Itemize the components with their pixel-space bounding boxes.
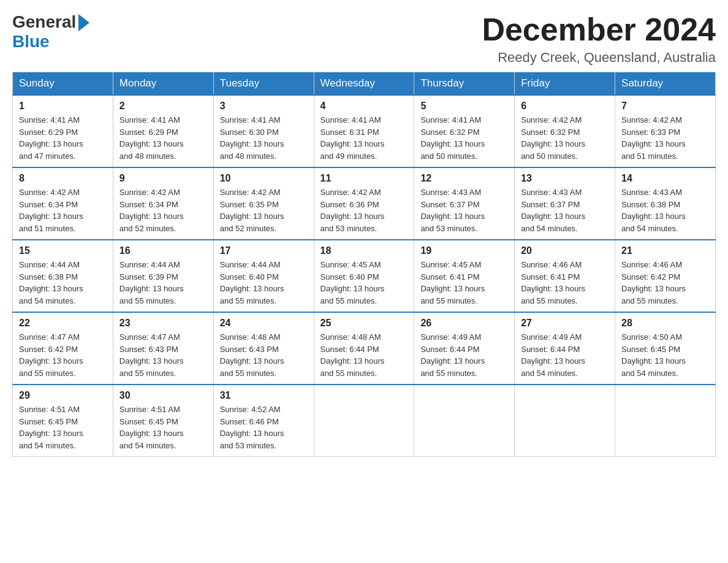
calendar-cell: 22Sunrise: 4:47 AMSunset: 6:42 PMDayligh… [13,312,113,385]
day-info: Sunrise: 4:42 AMSunset: 6:36 PMDaylight:… [320,186,408,234]
calendar-table: SundayMondayTuesdayWednesdayThursdayFrid… [12,72,716,457]
calendar-cell: 15Sunrise: 4:44 AMSunset: 6:38 PMDayligh… [13,240,113,312]
weekday-header-monday: Monday [113,72,213,96]
day-number: 27 [521,318,609,329]
calendar-cell: 17Sunrise: 4:44 AMSunset: 6:40 PMDayligh… [213,240,314,312]
day-number: 23 [119,318,207,329]
day-info: Sunrise: 4:43 AMSunset: 6:37 PMDaylight:… [521,186,609,234]
day-number: 20 [521,245,609,256]
calendar-cell: 25Sunrise: 4:48 AMSunset: 6:44 PMDayligh… [314,312,414,385]
calendar-cell: 13Sunrise: 4:43 AMSunset: 6:37 PMDayligh… [515,167,615,240]
location-title: Reedy Creek, Queensland, Australia [482,50,716,66]
calendar-cell: 10Sunrise: 4:42 AMSunset: 6:35 PMDayligh… [213,167,314,240]
day-info: Sunrise: 4:51 AMSunset: 6:45 PMDaylight:… [119,404,207,451]
calendar-cell: 23Sunrise: 4:47 AMSunset: 6:43 PMDayligh… [113,312,213,385]
month-title: December 2024 [482,12,716,47]
calendar-cell: 12Sunrise: 4:43 AMSunset: 6:37 PMDayligh… [414,167,515,240]
weekday-header-wednesday: Wednesday [314,72,414,96]
day-number: 11 [320,173,408,184]
day-number: 8 [19,173,107,184]
day-info: Sunrise: 4:41 AMSunset: 6:31 PMDaylight:… [320,114,408,162]
calendar-cell: 20Sunrise: 4:46 AMSunset: 6:41 PMDayligh… [515,240,615,312]
calendar-cell: 21Sunrise: 4:46 AMSunset: 6:42 PMDayligh… [615,240,716,312]
day-info: Sunrise: 4:46 AMSunset: 6:41 PMDaylight:… [521,259,609,307]
weekday-header-thursday: Thursday [414,72,515,96]
day-number: 6 [521,101,609,112]
day-number: 14 [621,173,709,184]
day-info: Sunrise: 4:46 AMSunset: 6:42 PMDaylight:… [621,259,709,307]
weekday-header-sunday: Sunday [13,72,113,96]
calendar-cell: 7Sunrise: 4:42 AMSunset: 6:33 PMDaylight… [615,95,716,167]
day-number: 26 [420,318,508,329]
day-info: Sunrise: 4:44 AMSunset: 6:38 PMDaylight:… [19,259,107,307]
calendar-cell [314,385,414,457]
day-info: Sunrise: 4:47 AMSunset: 6:43 PMDaylight:… [119,331,207,379]
day-info: Sunrise: 4:41 AMSunset: 6:32 PMDaylight:… [420,114,508,162]
day-number: 2 [119,101,207,112]
day-info: Sunrise: 4:45 AMSunset: 6:41 PMDaylight:… [420,259,508,307]
day-number: 28 [621,318,709,329]
calendar-cell: 30Sunrise: 4:51 AMSunset: 6:45 PMDayligh… [113,385,213,457]
day-number: 9 [119,173,207,184]
day-info: Sunrise: 4:51 AMSunset: 6:45 PMDaylight:… [19,404,107,451]
calendar-cell: 14Sunrise: 4:43 AMSunset: 6:38 PMDayligh… [615,167,716,240]
day-info: Sunrise: 4:49 AMSunset: 6:44 PMDaylight:… [521,331,609,379]
day-info: Sunrise: 4:43 AMSunset: 6:37 PMDaylight:… [420,186,508,234]
day-number: 21 [621,245,709,256]
calendar-cell: 16Sunrise: 4:44 AMSunset: 6:39 PMDayligh… [113,240,213,312]
day-number: 10 [220,173,308,184]
calendar-cell: 6Sunrise: 4:42 AMSunset: 6:32 PMDaylight… [515,95,615,167]
day-info: Sunrise: 4:42 AMSunset: 6:34 PMDaylight:… [19,186,107,234]
day-number: 30 [119,390,207,401]
page-header: General Blue December 2024 Reedy Creek, … [12,12,716,66]
day-info: Sunrise: 4:42 AMSunset: 6:32 PMDaylight:… [521,114,609,162]
logo-arrow-icon [78,14,89,31]
day-number: 25 [320,318,408,329]
day-number: 24 [220,318,308,329]
day-info: Sunrise: 4:42 AMSunset: 6:34 PMDaylight:… [119,186,207,234]
day-number: 19 [420,245,508,256]
day-number: 7 [621,101,709,112]
day-info: Sunrise: 4:48 AMSunset: 6:44 PMDaylight:… [320,331,408,379]
day-number: 18 [320,245,408,256]
calendar-cell: 27Sunrise: 4:49 AMSunset: 6:44 PMDayligh… [515,312,615,385]
day-info: Sunrise: 4:41 AMSunset: 6:30 PMDaylight:… [220,114,308,162]
day-info: Sunrise: 4:45 AMSunset: 6:40 PMDaylight:… [320,259,408,307]
calendar-cell: 29Sunrise: 4:51 AMSunset: 6:45 PMDayligh… [13,385,113,457]
day-info: Sunrise: 4:41 AMSunset: 6:29 PMDaylight:… [119,114,207,162]
day-info: Sunrise: 4:48 AMSunset: 6:43 PMDaylight:… [220,331,308,379]
day-number: 22 [19,318,107,329]
weekday-header-tuesday: Tuesday [213,72,314,96]
weekday-header-friday: Friday [515,72,615,96]
calendar-cell: 2Sunrise: 4:41 AMSunset: 6:29 PMDaylight… [113,95,213,167]
day-info: Sunrise: 4:52 AMSunset: 6:46 PMDaylight:… [220,404,308,451]
day-number: 5 [420,101,508,112]
calendar-cell: 1Sunrise: 4:41 AMSunset: 6:29 PMDaylight… [13,95,113,167]
calendar-cell [615,385,716,457]
day-number: 12 [420,173,508,184]
calendar-cell: 3Sunrise: 4:41 AMSunset: 6:30 PMDaylight… [213,95,314,167]
calendar-cell: 4Sunrise: 4:41 AMSunset: 6:31 PMDaylight… [314,95,414,167]
day-number: 17 [220,245,308,256]
calendar-cell [414,385,515,457]
calendar-cell: 9Sunrise: 4:42 AMSunset: 6:34 PMDaylight… [113,167,213,240]
calendar-cell: 18Sunrise: 4:45 AMSunset: 6:40 PMDayligh… [314,240,414,312]
day-number: 31 [220,390,308,401]
day-info: Sunrise: 4:43 AMSunset: 6:38 PMDaylight:… [621,186,709,234]
day-info: Sunrise: 4:44 AMSunset: 6:39 PMDaylight:… [119,259,207,307]
calendar-cell: 31Sunrise: 4:52 AMSunset: 6:46 PMDayligh… [213,385,314,457]
day-number: 3 [220,101,308,112]
calendar-cell: 19Sunrise: 4:45 AMSunset: 6:41 PMDayligh… [414,240,515,312]
day-info: Sunrise: 4:41 AMSunset: 6:29 PMDaylight:… [19,114,107,162]
logo-blue-text: Blue [12,32,50,52]
calendar-cell [515,385,615,457]
day-number: 1 [19,101,107,112]
day-info: Sunrise: 4:44 AMSunset: 6:40 PMDaylight:… [220,259,308,307]
day-number: 4 [320,101,408,112]
day-number: 16 [119,245,207,256]
calendar-cell: 28Sunrise: 4:50 AMSunset: 6:45 PMDayligh… [615,312,716,385]
weekday-header-saturday: Saturday [615,72,716,96]
calendar-cell: 26Sunrise: 4:49 AMSunset: 6:44 PMDayligh… [414,312,515,385]
logo: General Blue [12,12,89,52]
day-info: Sunrise: 4:42 AMSunset: 6:33 PMDaylight:… [621,114,709,162]
